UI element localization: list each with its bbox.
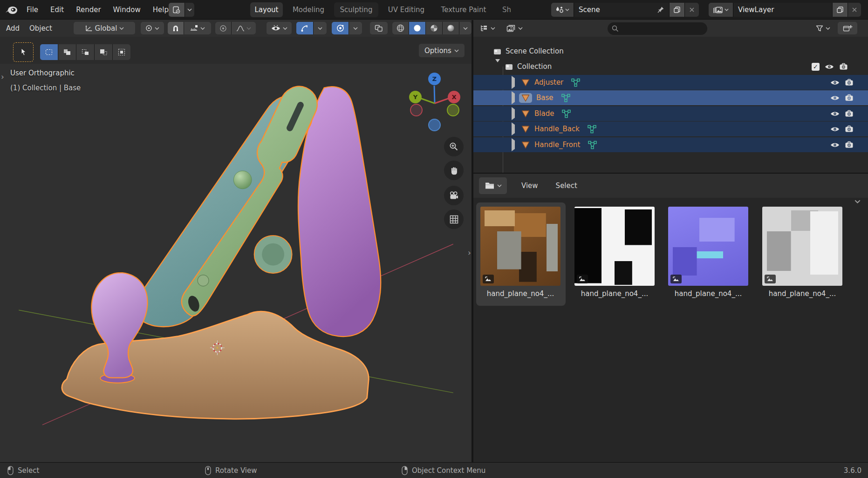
pin-icon[interactable] (657, 6, 664, 13)
editor-divider-vertical[interactable] (472, 20, 473, 462)
snap-target-dropdown[interactable] (141, 22, 164, 34)
row-object-base[interactable]: Base (473, 90, 868, 105)
select-mode-extend[interactable] (58, 44, 76, 60)
gizmo-settings-chevron[interactable] (314, 22, 327, 34)
tab-sculpting[interactable]: Sculpting (334, 2, 378, 17)
camera-disable-icon[interactable] (845, 79, 854, 86)
scene-unlink-button[interactable] (685, 3, 699, 17)
app-settings-chevron[interactable] (185, 3, 194, 17)
camera-disable-icon[interactable] (845, 125, 854, 133)
file-thumbnail-roughness[interactable] (762, 207, 842, 286)
expand-arrow-icon[interactable] (512, 78, 515, 87)
transform-orientation-dropdown[interactable]: Global (74, 22, 135, 34)
object-menu[interactable]: Object (24, 20, 57, 37)
workspace-settings-icon[interactable] (169, 3, 185, 17)
scene-name-field[interactable]: Scene (574, 3, 669, 17)
expand-arrow-icon[interactable] (512, 109, 515, 118)
gizmo-axis-y-neg[interactable] (447, 104, 459, 116)
expand-arrow-icon[interactable] (512, 94, 515, 102)
viewlayer-remove-button[interactable] (848, 3, 861, 17)
collection-checkbox[interactable]: ✓ (812, 63, 820, 71)
mesh-data-icon[interactable] (561, 94, 571, 102)
expand-arrow-icon[interactable] (512, 125, 515, 133)
show-overlays-toggle[interactable] (332, 22, 349, 34)
overlays-settings-chevron[interactable] (349, 22, 362, 34)
camera-disable-icon[interactable] (845, 141, 854, 148)
show-gizmo-toggle[interactable] (296, 22, 313, 34)
snap-settings-dropdown[interactable] (184, 22, 211, 34)
select-mode-set[interactable] (40, 44, 58, 60)
camera-view-button[interactable] (444, 186, 464, 205)
show-visibility-dropdown[interactable] (267, 22, 292, 34)
viewlayer-new-copy-button[interactable] (833, 3, 847, 17)
viewlayer-browse-button[interactable] (709, 3, 733, 17)
menu-render[interactable]: Render (70, 0, 107, 20)
file-thumbnail-diffuse[interactable] (480, 207, 560, 286)
hide-eye-icon[interactable] (830, 126, 840, 133)
select-mode-intersect[interactable] (113, 44, 130, 60)
shading-solid-button[interactable] (409, 22, 425, 34)
toolbar-expand-arrow[interactable]: › (1, 72, 4, 81)
shading-settings-chevron[interactable] (459, 22, 472, 34)
scene-browse-button[interactable] (551, 3, 574, 17)
orthographic-grid-button[interactable] (444, 209, 464, 229)
fb-sidebar-toggle[interactable]: › (468, 248, 471, 257)
tab-shading[interactable]: Shading (498, 2, 511, 17)
menu-window[interactable]: Window (107, 0, 147, 20)
menu-edit[interactable]: Edit (44, 0, 70, 20)
new-collection-button[interactable] (838, 22, 857, 34)
file-thumbnail-mask[interactable] (574, 207, 655, 286)
collection-expand-icon[interactable] (495, 62, 500, 71)
hide-eye-icon[interactable] (830, 141, 840, 148)
scene-new-copy-button[interactable] (670, 3, 684, 17)
select-mode-subtract[interactable] (76, 44, 94, 60)
mesh-data-icon[interactable] (587, 125, 597, 134)
navigation-gizmo[interactable]: Z Y X (405, 70, 468, 132)
row-collection[interactable]: Collection ✓ (473, 59, 868, 74)
xray-toggle[interactable] (370, 22, 388, 34)
tab-texture-paint[interactable]: Texture Paint (434, 2, 493, 17)
region-collapse-chevron[interactable] (854, 200, 861, 203)
outliner-search-input[interactable] (608, 22, 707, 35)
gizmo-axis-x[interactable]: X (448, 91, 460, 103)
shading-material-button[interactable] (426, 22, 442, 34)
hide-eye-icon[interactable] (830, 110, 840, 117)
row-scene-collection[interactable]: Scene Collection (473, 44, 868, 59)
tab-uv-editing[interactable]: UV Editing (383, 2, 430, 17)
add-menu[interactable]: Add (1, 20, 25, 37)
shading-rendered-button[interactable] (443, 22, 459, 34)
menu-file[interactable]: File (21, 0, 44, 20)
expand-arrow-icon[interactable] (512, 141, 515, 149)
mesh-data-icon[interactable] (561, 109, 571, 118)
camera-disable-icon[interactable] (839, 63, 848, 70)
mesh-data-icon[interactable] (571, 78, 581, 87)
row-object-handle-back[interactable]: Handle_Back (473, 121, 868, 136)
row-object-adjuster[interactable]: Adjuster (473, 75, 868, 90)
outliner-display-mode-dropdown[interactable] (502, 22, 526, 34)
tab-layout[interactable]: Layout (250, 2, 283, 17)
outliner-filter-dropdown[interactable] (811, 22, 835, 34)
zoom-button[interactable] (444, 137, 464, 156)
file-browser-type-dropdown[interactable] (479, 177, 507, 194)
gizmo-axis-x-neg[interactable] (410, 104, 423, 116)
file-browser-select-menu[interactable]: Select (550, 182, 583, 190)
blender-logo-icon[interactable] (5, 0, 19, 20)
row-object-handle-front[interactable]: Handle_Front (473, 137, 868, 152)
camera-disable-icon[interactable] (845, 110, 854, 117)
hide-eye-icon[interactable] (830, 94, 840, 101)
mesh-data-icon[interactable] (588, 141, 597, 149)
editor-type-dropdown[interactable] (476, 22, 499, 34)
active-tool-select-box[interactable] (13, 42, 34, 62)
camera-disable-icon[interactable] (845, 94, 854, 101)
row-object-blade[interactable]: Blade (473, 106, 868, 121)
viewlayer-name-field[interactable]: ViewLayer (733, 3, 832, 17)
hide-eye-icon[interactable] (830, 79, 840, 86)
file-thumbnail-normal[interactable] (668, 207, 748, 286)
viewport-3d[interactable]: Options User Orthographic (1) Collection… (0, 37, 472, 462)
options-dropdown[interactable]: Options (419, 44, 465, 57)
file-browser-view-menu[interactable]: View (515, 182, 544, 190)
shading-wireframe-button[interactable] (392, 22, 409, 34)
gizmo-axis-z[interactable]: Z (428, 73, 441, 85)
tab-modeling[interactable]: Modeling (287, 2, 329, 17)
gizmo-axis-z-neg[interactable] (428, 119, 441, 131)
